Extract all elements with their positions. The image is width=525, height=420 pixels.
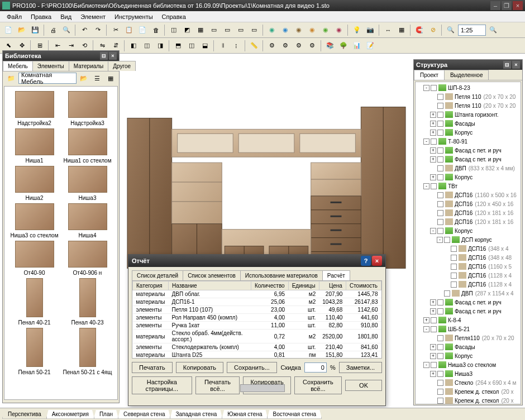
view-tab[interactable]: План (94, 410, 118, 419)
shade-4-icon[interactable]: ◉ (306, 24, 318, 36)
structure-tab-project[interactable]: Проект (414, 70, 445, 80)
shade-1-icon[interactable]: ◉ (266, 24, 278, 36)
open-icon[interactable]: 📂 (16, 24, 28, 36)
tools-4-icon[interactable]: ⚙ (306, 40, 318, 52)
expand-icon[interactable]: - (423, 139, 429, 145)
zoom-in-icon[interactable]: 🔍 (487, 24, 499, 36)
horizontal-scrollbar[interactable] (240, 384, 285, 392)
structure-tab-selected[interactable]: Выделенное (444, 70, 489, 80)
tree-checkbox[interactable] (437, 192, 443, 198)
tree-node[interactable]: +Штанга горизонт. (417, 110, 519, 119)
help-icon[interactable]: ? (361, 256, 371, 266)
page-setup-button[interactable]: Настройка страницы... (132, 376, 192, 394)
tree-checkbox[interactable] (451, 255, 457, 261)
library-pin-icon[interactable]: ⊟ (100, 52, 108, 60)
report-tab-elements[interactable]: Список элементов (183, 270, 241, 280)
tree-node[interactable]: +Фасады (417, 342, 519, 351)
library-tab-other[interactable]: Другое (108, 61, 136, 71)
tools-2-icon[interactable]: ⚙ (279, 40, 292, 52)
library-item[interactable]: Надстройка3 (62, 91, 113, 126)
tree-node[interactable]: -ТВт (417, 182, 519, 190)
view-axon-icon[interactable]: ◩ (181, 24, 193, 36)
menu-tools[interactable]: Инструменты (110, 12, 157, 22)
tree-checkbox[interactable] (431, 362, 437, 368)
discount-input[interactable] (304, 362, 327, 373)
view-tab[interactable]: Восточная стена (267, 410, 322, 419)
tree-node[interactable]: -Т-80-91 (417, 137, 519, 146)
table-header[interactable]: Количество (251, 281, 288, 290)
library-item[interactable]: Надстройка2 (9, 91, 60, 126)
camera-icon[interactable]: 📷 (364, 24, 376, 36)
tree-node[interactable]: ДСП16(348 x 48 (417, 253, 519, 262)
tree-checkbox[interactable] (437, 112, 443, 118)
structure-icon[interactable]: 🌳 (337, 40, 350, 52)
expand-icon[interactable]: + (423, 317, 429, 323)
tree-node[interactable]: Крепеж д. стекол(20 x (417, 387, 519, 396)
table-header[interactable]: Единицы (288, 281, 319, 290)
copy-icon[interactable]: 📋 (123, 24, 135, 36)
tree-node[interactable]: ДСП16(1160 x 500 x 16 (417, 190, 519, 199)
table-header[interactable]: Категория (133, 281, 169, 290)
tree-checkbox[interactable] (451, 281, 457, 288)
tree-node[interactable]: +К-8-4 (417, 316, 519, 324)
report-tab-details[interactable]: Список деталей (132, 270, 183, 280)
library-icon[interactable]: 📚 (324, 40, 336, 52)
grid-icon[interactable]: ▦ (395, 24, 408, 36)
tree-checkbox[interactable] (431, 139, 437, 145)
light-icon[interactable]: 💡 (351, 24, 363, 36)
tree-node[interactable]: +Фасад с пет. и руч (417, 155, 519, 164)
tree-checkbox[interactable] (431, 183, 437, 189)
library-item[interactable]: Пенал 50-21 с 4ящ (62, 328, 113, 375)
tree-node[interactable]: Петля 110(20 x 70 x 20 (417, 92, 519, 101)
expand-icon[interactable]: + (430, 174, 436, 180)
library-item[interactable]: Ниша2 (9, 166, 60, 201)
notes-button[interactable]: Заметки... (339, 362, 382, 373)
tree-checkbox[interactable] (437, 121, 443, 127)
table-header[interactable]: Цена (319, 281, 346, 290)
structure-pin-icon[interactable]: ⊟ (503, 61, 511, 69)
measure-icon[interactable]: 📏 (248, 40, 260, 52)
view-tab[interactable]: Западная стена (170, 410, 222, 419)
undo-icon[interactable]: ↶ (78, 24, 90, 36)
tree-checkbox[interactable] (437, 201, 443, 207)
expand-icon[interactable]: + (430, 156, 436, 163)
tree-checkbox[interactable] (451, 264, 457, 270)
library-item[interactable]: Пенал 40-21 (9, 278, 60, 326)
tree-checkbox[interactable] (437, 94, 443, 100)
report-close-icon[interactable]: × (372, 256, 382, 266)
expand-icon[interactable]: - (423, 85, 429, 91)
shade-5-icon[interactable]: ◉ (319, 24, 332, 36)
view-wall-n-icon[interactable]: ▭ (208, 24, 220, 36)
table-row[interactable]: элементыПетля 110 (107)23,00шт.49,681142… (133, 306, 381, 314)
library-item[interactable]: От40-90 (9, 241, 60, 276)
tree-node[interactable]: ДСП16(120 x 181 x 16 (417, 208, 519, 217)
report-tab-calc[interactable]: Расчёт (322, 270, 350, 280)
table-row[interactable]: материалыДВП облаг.6,95м2207,901445,78 (133, 290, 381, 298)
tree-checkbox[interactable] (437, 398, 443, 404)
report-dialog-header[interactable]: Отчёт ? × (128, 255, 385, 267)
table-row[interactable]: материалыШтанга D250,81пм151,80123,41 (133, 351, 381, 359)
tree-checkbox[interactable] (437, 103, 443, 109)
structure-tree[interactable]: -ШП-8-23Петля 110(20 x 70 x 20Петля 110(… (415, 82, 521, 404)
view-tab[interactable]: Перспектива (2, 410, 47, 419)
view-tab[interactable]: Северная стена (118, 410, 171, 419)
expand-icon[interactable]: + (430, 299, 436, 306)
expand-icon[interactable]: + (430, 130, 436, 136)
tree-node[interactable]: +Корпус (417, 128, 519, 137)
align-bot-icon[interactable]: ⬓ (199, 40, 211, 52)
tree-checkbox[interactable] (437, 165, 443, 171)
library-tab-furniture[interactable]: Мебель (3, 61, 33, 71)
tree-checkbox[interactable] (431, 85, 437, 91)
library-item[interactable]: Пенал 40-23 (62, 278, 113, 326)
library-item[interactable]: Пенал 50-21 (9, 328, 60, 375)
properties-icon[interactable]: 📝 (364, 40, 376, 52)
expand-icon[interactable]: - (423, 183, 429, 189)
library-item[interactable]: Ниша4 (62, 203, 113, 238)
delete-icon[interactable]: 🗑 (150, 24, 162, 36)
copy-button[interactable]: Копировать (176, 362, 223, 373)
structure-close-icon[interactable]: × (512, 61, 520, 69)
menu-file[interactable]: Файл (2, 12, 26, 22)
restore-button[interactable]: ❐ (502, 1, 512, 10)
tree-checkbox[interactable] (437, 308, 443, 314)
tree-node[interactable]: Крепеж д. стекол(20 x (417, 396, 519, 404)
